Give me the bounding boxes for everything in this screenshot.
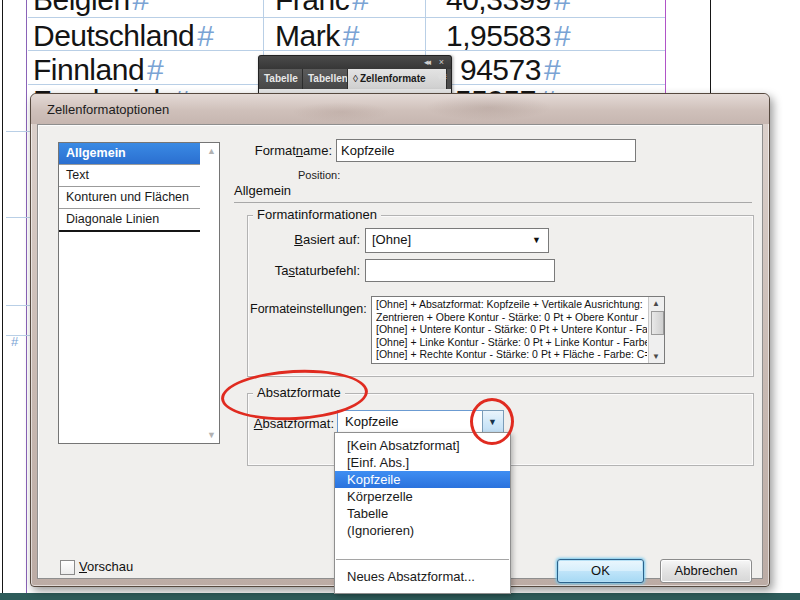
dropdown-item[interactable]: Körperzelle <box>335 488 510 505</box>
status-bar <box>0 593 800 600</box>
shortcut-input[interactable] <box>365 259 555 282</box>
table-cell-country: Belgien# <box>33 0 149 17</box>
close-icon[interactable]: × <box>439 57 444 68</box>
scrollbar[interactable]: ▲ ▼ <box>648 297 664 363</box>
panel-tab-icon: ◊ <box>353 73 358 84</box>
sidebar-item-allgemein[interactable]: Allgemein <box>59 143 200 165</box>
dropdown-item[interactable]: (Ignorieren) <box>335 522 510 539</box>
table-cell-country: Deutschland# <box>33 19 213 53</box>
panel-tab-tabellen[interactable]: Tabellen <box>303 69 348 89</box>
category-list: AllgemeinTextKonturen und FlächenDiagona… <box>58 142 220 444</box>
sidebar-item-diagonale-linien[interactable]: Diagonale Linien <box>59 209 200 232</box>
section-divider <box>234 202 752 203</box>
based-on-dropdown[interactable]: [Ohne] ▼ <box>365 228 549 253</box>
scroll-down-icon[interactable]: ▼ <box>207 430 216 440</box>
annotation-circle <box>470 398 514 445</box>
table-row: Deutschland#Mark#1,95583# <box>0 19 800 57</box>
collapse-panel-icon[interactable]: ◂◂ <box>424 57 429 68</box>
table-row: Belgien#Franc#40,3399# <box>0 0 800 21</box>
table-row-line-strip <box>6 305 30 306</box>
table-cell-currency: Mark# <box>275 19 359 53</box>
end-of-cell-marker: # <box>147 53 163 86</box>
end-of-cell-marker: # <box>554 19 570 52</box>
panel-tab-zellenformate[interactable]: ◊Zellenformate <box>348 69 447 89</box>
preview-label: Vorschau <box>79 559 133 574</box>
panel-tab-tabelle[interactable]: Tabelle <box>259 69 303 89</box>
sidebar-item-konturen-und-fl-chen[interactable]: Konturen und Flächen <box>59 187 200 209</box>
cell-styles-panel: ◂◂ × TabelleTabellen◊Zellenformate ▾≡ Ko… <box>258 55 452 95</box>
paragraph-style-value: Kopfzeile <box>345 414 398 429</box>
chevron-down-icon[interactable]: ▼ <box>532 235 541 245</box>
style-settings-line: [Ohne] + Linke Kontur - Stärke: 0 Pt + L… <box>376 336 647 349</box>
dialog-title: Zellenformatoptionen <box>47 102 169 117</box>
dialog-titlebar[interactable]: Zellenformatoptionen <box>31 94 769 124</box>
scroll-up-icon[interactable]: ▲ <box>652 299 660 308</box>
shortcut-label: Tastaturbefehl: <box>248 263 360 278</box>
table-cell-currency: Franc# <box>275 0 368 17</box>
scroll-down-icon[interactable]: ▼ <box>652 352 660 361</box>
table-cell-country: Finnland# <box>33 53 163 87</box>
style-settings-line: [Ohne] + Rechte Kontur - Stärke: 0 Pt + … <box>376 348 647 361</box>
end-of-cell-marker: # <box>352 0 368 16</box>
cancel-button[interactable]: Abbrechen <box>660 559 752 583</box>
panel-titlebar[interactable]: ◂◂ × <box>258 55 452 70</box>
paragraph-style-dropdown-list: [Kein Absatzformat][Einf. Abs.]Kopfzeile… <box>334 432 511 594</box>
section-title: Allgemein <box>234 183 291 198</box>
table-row-line-strip <box>6 131 30 132</box>
position-label: Position: <box>298 169 340 181</box>
table-row-line-strip <box>6 217 30 218</box>
based-on-value: [Ohne] <box>372 232 411 247</box>
dropdown-item[interactable]: Tabelle <box>335 505 510 522</box>
end-of-cell-marker: # <box>554 0 570 16</box>
scroll-up-icon[interactable]: ▲ <box>207 146 216 156</box>
format-information-group: Formatinformationen Basiert auf: [Ohne] … <box>247 215 754 377</box>
style-settings-line: [Ohne] + Absatzformat: Kopfzeile + Verti… <box>376 298 647 311</box>
ok-button[interactable]: OK <box>557 559 644 583</box>
style-settings-label: Formateinstellungen: <box>250 302 367 316</box>
panel-menu-icon[interactable]: ▾≡ <box>437 71 446 82</box>
sidebar-item-text[interactable]: Text <box>59 165 200 187</box>
end-of-cell-marker: # <box>343 19 359 52</box>
group-title: Formatinformationen <box>253 207 381 222</box>
panel-tab-bar: TabelleTabellen◊Zellenformate <box>258 69 452 90</box>
based-on-label: Basiert auf: <box>248 232 360 247</box>
end-of-cell-marker: # <box>133 0 149 16</box>
dropdown-item[interactable]: [Einf. Abs.] <box>335 454 510 471</box>
scrollbar-thumb[interactable] <box>651 311 664 335</box>
table-cell-value: 40,3399# <box>446 0 570 17</box>
style-settings-line: [Ohne] + Untere Kontur - Stärke: 0 Pt + … <box>376 323 647 336</box>
format-name-label: Formatname: <box>236 143 332 158</box>
menu-separator <box>336 559 509 560</box>
style-settings-line: Zentrieren + Obere Kontur - Stärke: 0 Pt… <box>376 311 647 324</box>
format-name-input[interactable] <box>336 139 636 162</box>
table-cell-value: 1,95583# <box>446 19 570 53</box>
end-of-cell-marker: # <box>11 334 18 349</box>
preview-checkbox[interactable] <box>60 560 75 575</box>
style-settings-box: [Ohne] + Absatzformat: Kopfzeile + Verti… <box>371 296 665 364</box>
end-of-cell-marker: # <box>197 19 213 52</box>
table-cell-value: 94573# <box>460 53 560 87</box>
dropdown-item[interactable]: Kopfzeile <box>335 471 510 488</box>
end-of-cell-marker: # <box>544 53 560 86</box>
new-paragraph-style-item[interactable]: Neues Absatzformat... <box>335 568 510 586</box>
